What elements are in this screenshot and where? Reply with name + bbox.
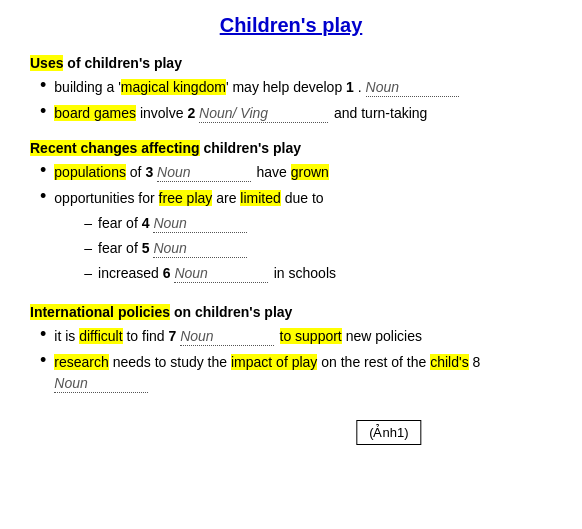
bullet-dot: • [40,351,46,369]
dash: – [84,213,92,234]
bullet-content: research needs to study the impact of pl… [54,352,552,394]
list-item: •populations of 3 Noun have grown [40,162,552,183]
sub-list-item: – fear of 4 Noun [84,213,552,234]
sub-list-item: – increased 6 Noun in schools [84,263,552,284]
bullet-content: populations of 3 Noun have grown [54,162,552,183]
section-heading: Recent changes affecting children's play [30,140,552,156]
bullet-dot: • [40,102,46,120]
bullet-dot: • [40,76,46,94]
bullet-dot: • [40,187,46,205]
list-item: •it is difficult to find 7 Noun to suppo… [40,326,552,347]
section-international: International policies on children's pla… [30,304,552,394]
list-item: •opportunities for free play are limited… [40,188,552,288]
list-item: •board games involve 2 Noun/ Ving and tu… [40,103,552,124]
section-uses: Uses of children's play•building a 'magi… [30,55,552,124]
bullet-dot: • [40,325,46,343]
sub-list-item: – fear of 5 Noun [84,238,552,259]
dash: – [84,263,92,284]
list-item: •research needs to study the impact of p… [40,352,552,394]
bullet-content: board games involve 2 Noun/ Ving and tur… [54,103,552,124]
section-heading: Uses of children's play [30,55,552,71]
list-item: •building a 'magical kingdom' may help d… [40,77,552,98]
bullet-dot: • [40,161,46,179]
bullet-content: building a 'magical kingdom' may help de… [54,77,552,98]
bullet-content: it is difficult to find 7 Noun to suppor… [54,326,552,347]
bullet-content: opportunities for free play are limited … [54,188,552,288]
image-label: (Ảnh1) [356,420,421,445]
page-title: Children's play [30,14,552,37]
dash: – [84,238,92,259]
section-recent: Recent changes affecting children's play… [30,140,552,288]
section-heading: International policies on children's pla… [30,304,552,320]
